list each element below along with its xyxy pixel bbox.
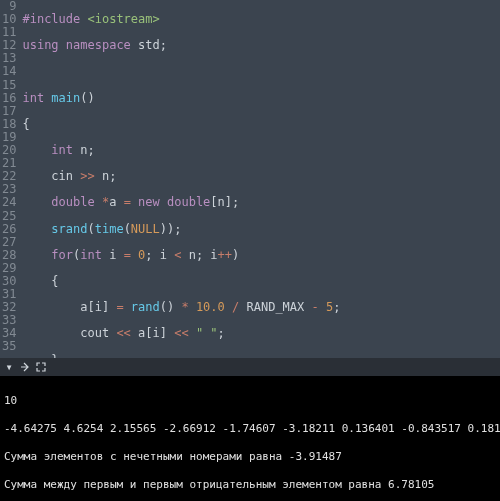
console-line: 10 — [4, 394, 496, 408]
line-number: 14 — [2, 65, 16, 78]
expand-icon[interactable] — [36, 362, 46, 372]
console-output[interactable]: 10 -4.64275 4.6254 2.15565 -2.66912 -1.7… — [0, 376, 500, 501]
console-toolbar: ▾ — [0, 358, 500, 376]
line-number: 25 — [2, 210, 16, 223]
out-icon[interactable] — [20, 362, 30, 372]
preproc: #include — [22, 12, 87, 26]
code-editor[interactable]: 9101112131415161718192021222324252627282… — [0, 0, 500, 358]
line-number-gutter: 9101112131415161718192021222324252627282… — [0, 0, 22, 358]
line-number: 26 — [2, 223, 16, 236]
line-number: 15 — [2, 79, 16, 92]
line-number: 16 — [2, 92, 16, 105]
line-number: 27 — [2, 236, 16, 249]
chevron-icon[interactable]: ▾ — [4, 362, 14, 372]
line-number: 35 — [2, 340, 16, 353]
line-number: 29 — [2, 262, 16, 275]
code-area[interactable]: #include <iostream> using namespace std;… — [22, 0, 500, 358]
console-line: Сумма элементов с нечетными номерами рав… — [4, 450, 496, 464]
line-number: 28 — [2, 249, 16, 262]
line-number: 17 — [2, 105, 16, 118]
line-number: 24 — [2, 196, 16, 209]
console-line: Сумма между первым и первым отрицательны… — [4, 478, 496, 492]
console-line: -4.64275 4.6254 2.15565 -2.66912 -1.7460… — [4, 422, 496, 436]
line-number: 18 — [2, 118, 16, 131]
